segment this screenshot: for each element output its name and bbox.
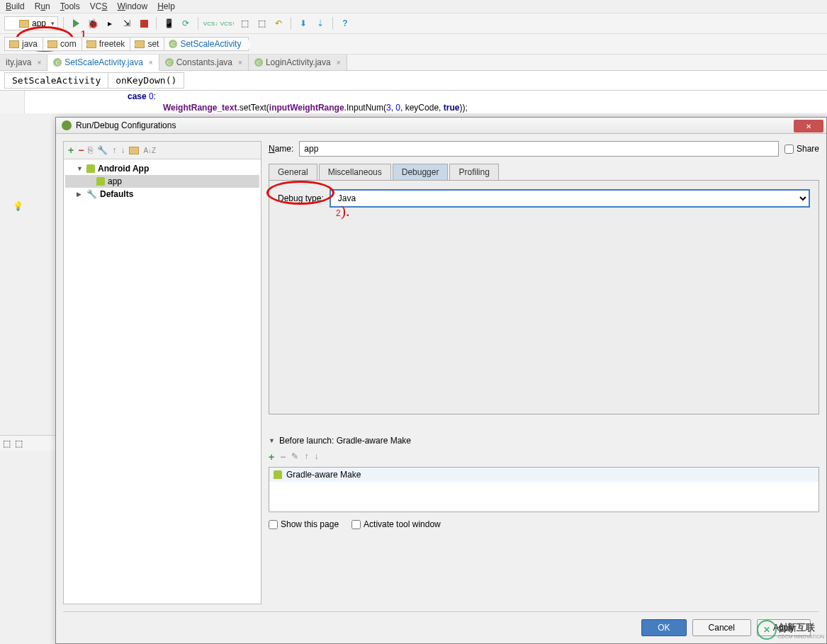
crumb-freetek[interactable]: freetek [81, 37, 133, 51]
tb-undo-button[interactable]: ↶ [271, 16, 286, 30]
tab-debugger[interactable]: Debugger [393, 164, 449, 180]
config-tree-panel: + − ⎘ 🔧 ↑ ↓ A↓Z ▼ Android App app [63, 141, 261, 604]
watermark: ✕ 创新互联 CDCM INNOVATION [757, 620, 824, 640]
close-icon[interactable]: × [37, 59, 41, 67]
share-checkbox[interactable] [784, 145, 794, 154]
folder-icon [9, 40, 19, 48]
activate-tool-label[interactable]: Activate tool window [351, 519, 441, 529]
activate-tool-checkbox[interactable] [351, 520, 361, 529]
expand-icon[interactable]: ▶ [77, 191, 84, 198]
show-this-page-label[interactable]: Show this page [269, 519, 339, 529]
stop-button[interactable] [137, 16, 151, 30]
class-icon: C [169, 40, 177, 48]
move-up-button[interactable]: ↑ [112, 145, 116, 155]
menu-help[interactable]: Help [157, 1, 175, 11]
folder-icon [19, 20, 29, 28]
tb-btn-1[interactable]: ⬚ [237, 16, 252, 30]
debug-type-label: Debug type: [278, 193, 324, 203]
copy-config-button[interactable]: ⎘ [88, 145, 93, 155]
ok-button[interactable]: OK [641, 619, 686, 636]
bug-icon: 🐞 [87, 18, 99, 29]
menu-vcs[interactable]: VCS [90, 1, 108, 11]
crumb-method-name[interactable]: onKeyDown() [108, 72, 184, 89]
config-tabs: General Miscellaneous Debugger Profiling [269, 164, 819, 181]
attach-debugger-button[interactable]: ⇲ [120, 16, 134, 30]
tree-defaults[interactable]: ▶ 🔧 Defaults [65, 188, 259, 200]
bulb-icon[interactable]: 💡 [13, 201, 23, 211]
bl-edit-button[interactable]: ✎ [291, 451, 298, 463]
debug-type-select[interactable]: Java [330, 189, 810, 208]
app-icon [62, 120, 72, 130]
vcs-update-button[interactable]: VCS↓ [203, 16, 218, 30]
run-coverage-button[interactable]: ▸ [103, 16, 117, 30]
class-icon: C [53, 58, 62, 67]
play-icon [73, 19, 79, 28]
cancel-button[interactable]: Cancel [692, 619, 751, 636]
crumb-java[interactable]: java [4, 37, 45, 51]
tab-miscellaneous[interactable]: Miscellaneous [319, 164, 391, 180]
run-debug-config-dialog: Run/Debug Configurations ✕ + − ⎘ 🔧 ↑ ↓ A… [55, 117, 827, 644]
watermark-icon: ✕ [757, 620, 777, 640]
vcs-commit-button[interactable]: VCS↑ [220, 16, 235, 30]
tb-btn-2[interactable]: ⬚ [254, 16, 269, 30]
close-icon[interactable]: × [149, 59, 153, 67]
crumb-com[interactable]: com [43, 37, 84, 51]
tree-item-app[interactable]: app [65, 175, 259, 188]
bl-remove-button[interactable]: − [280, 451, 286, 463]
add-config-button[interactable]: + [68, 145, 74, 156]
dialog-close-button[interactable]: ✕ [794, 120, 823, 132]
close-icon[interactable]: × [238, 59, 242, 67]
avd-button[interactable]: 📱 [162, 16, 176, 30]
share-checkbox-label[interactable]: Share [784, 144, 819, 154]
config-name-input[interactable] [299, 141, 779, 157]
tree-android-app[interactable]: ▼ Android App [65, 162, 259, 175]
close-icon[interactable]: × [337, 59, 341, 67]
debug-button[interactable]: 🐞 [86, 16, 100, 30]
editor-tabs: ity.java× CSetScaleActivity.java× CConst… [0, 55, 827, 71]
sort-button[interactable]: A↓Z [143, 147, 156, 154]
folder-icon [135, 40, 145, 48]
crumb-class[interactable]: CSetScaleActivity [164, 37, 249, 51]
stop-icon [140, 20, 148, 28]
collapse-icon[interactable]: ▼ [269, 437, 275, 444]
menu-run[interactable]: Run [35, 1, 50, 11]
menu-build[interactable]: BBuilduild [6, 1, 25, 11]
show-this-page-checkbox[interactable] [269, 520, 278, 529]
main-toolbar: app 🐞 ▸ ⇲ 📱 ⟳ VCS↓ VCS↑ ⬚ ⬚ ↶ ⬇ ⇣ ? 1 [0, 13, 827, 34]
before-launch-list[interactable]: Gradle-aware Make [269, 467, 819, 512]
gutter [0, 91, 25, 113]
structure-icon[interactable]: ⬚ [3, 439, 11, 448]
bl-up-button[interactable]: ↑ [304, 451, 308, 463]
crumb-class-name[interactable]: SetScaleActivity [4, 72, 108, 89]
menu-window[interactable]: Window [117, 1, 147, 11]
bl-down-button[interactable]: ↓ [314, 451, 318, 463]
tab-setscaleactivity[interactable]: CSetScaleActivity.java× [47, 55, 159, 71]
bl-add-button[interactable]: + [269, 451, 274, 463]
tab-constants[interactable]: CConstants.java× [159, 55, 249, 70]
tab-ity[interactable]: ity.java× [0, 55, 47, 70]
folder-button[interactable] [129, 147, 139, 154]
run-button[interactable] [69, 16, 83, 30]
run-config-selector[interactable]: app [4, 16, 58, 30]
sync-button[interactable]: ⟳ [179, 16, 193, 30]
tab-general[interactable]: General [269, 164, 317, 180]
code-editor[interactable]: case 0: WeightRange_text.setText(inputWe… [0, 91, 827, 113]
code-breadcrumb: SetScaleActivity onKeyDown() [0, 71, 827, 91]
before-launch-toolbar: + − ✎ ↑ ↓ [269, 450, 819, 467]
remove-config-button[interactable]: − [78, 145, 84, 156]
android-icon [274, 470, 282, 479]
help-button[interactable]: ? [338, 16, 352, 30]
expand-icon[interactable]: ▼ [77, 165, 84, 172]
folder-icon [47, 40, 57, 48]
tab-loginactivity[interactable]: CLoginActivity.java× [249, 55, 347, 70]
move-down-button[interactable]: ↓ [120, 145, 125, 155]
sdk-manager-button[interactable]: ⬇ [296, 16, 310, 30]
tb-btn-3[interactable]: ⇣ [313, 16, 327, 30]
tab-profiling[interactable]: Profiling [449, 164, 498, 180]
favorites-icon[interactable]: ⬚ [15, 439, 23, 448]
wrench-icon: 🔧 [86, 189, 97, 199]
config-tree[interactable]: ▼ Android App app ▶ 🔧 Defaults [64, 159, 261, 604]
bl-item-gradle[interactable]: Gradle-aware Make [269, 468, 818, 482]
menu-tools[interactable]: Tools [60, 1, 80, 11]
edit-defaults-button[interactable]: 🔧 [97, 145, 108, 155]
